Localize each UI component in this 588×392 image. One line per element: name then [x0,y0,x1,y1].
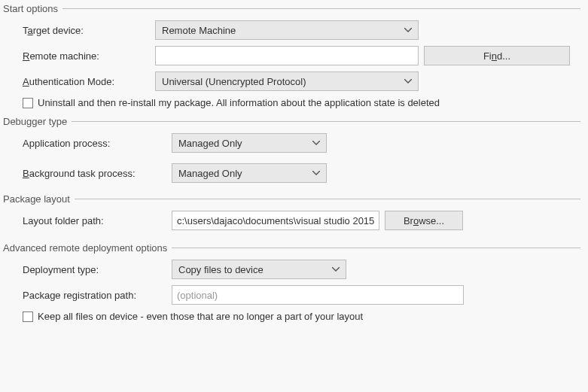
group-package-layout: Package layout Layout folder path: Brows… [3,193,580,230]
target-device-label: Target device: [23,25,155,36]
row-app-process: Application process: [23,133,580,153]
keep-files-checkbox-label: Keep all files on device - even those th… [38,311,363,322]
find-button[interactable]: Find... [424,46,570,65]
auth-mode-select[interactable] [155,71,419,91]
registration-path-label: Package registration path: [23,290,172,301]
divider [75,199,580,199]
row-auth-mode: Authentication Mode: [23,71,580,91]
remote-machine-input[interactable] [155,46,419,65]
divider [62,8,580,9]
row-target-device: Target device: [23,20,580,40]
uninstall-checkbox-label: Uninstall and then re-install my package… [38,97,440,108]
row-uninstall-checkbox: Uninstall and then re-install my package… [23,97,580,108]
divider [172,248,580,248]
auth-mode-label: Authentication Mode: [23,76,155,87]
remote-machine-label: Remote machine: [23,50,155,62]
group-header: Advanced remote deployment options [3,242,580,254]
deployment-type-label: Deployment type: [23,264,172,275]
layout-folder-path-label: Layout folder path: [23,215,172,226]
app-process-label: Application process: [23,138,172,149]
browse-button[interactable]: Browse... [385,211,463,230]
row-remote-machine: Remote machine: Find... [23,46,580,65]
group-title: Start options [3,3,62,14]
bg-process-select[interactable] [172,163,327,183]
target-device-select[interactable] [155,20,419,40]
group-header: Package layout [3,193,580,205]
row-bg-process: Background task process: [23,163,580,183]
divider [72,121,580,122]
keep-files-checkbox[interactable] [23,311,33,322]
registration-path-input[interactable] [172,285,464,305]
group-header: Debugger type [3,116,580,127]
group-advanced-remote: Advanced remote deployment options Deplo… [3,242,580,322]
row-deployment-type: Deployment type: [23,260,580,279]
group-start-options: Start options Target device: Remote mach… [3,3,580,108]
row-keep-files-checkbox: Keep all files on device - even those th… [23,311,580,322]
row-registration-path: Package registration path: [23,285,580,305]
app-process-select[interactable] [172,133,327,153]
deployment-type-select[interactable] [172,260,346,279]
layout-folder-path-input[interactable] [172,211,379,230]
group-title: Advanced remote deployment options [3,242,172,254]
row-layout-folder-path: Layout folder path: Browse... [23,211,580,230]
bg-process-label: Background task process: [23,168,172,179]
group-title: Package layout [3,193,75,205]
group-title: Debugger type [3,116,72,127]
group-header: Start options [3,3,580,14]
debug-properties-panel: Start options Target device: Remote mach… [0,0,588,337]
uninstall-checkbox[interactable] [23,98,33,108]
group-debugger-type: Debugger type Application process: Backg… [3,116,580,183]
